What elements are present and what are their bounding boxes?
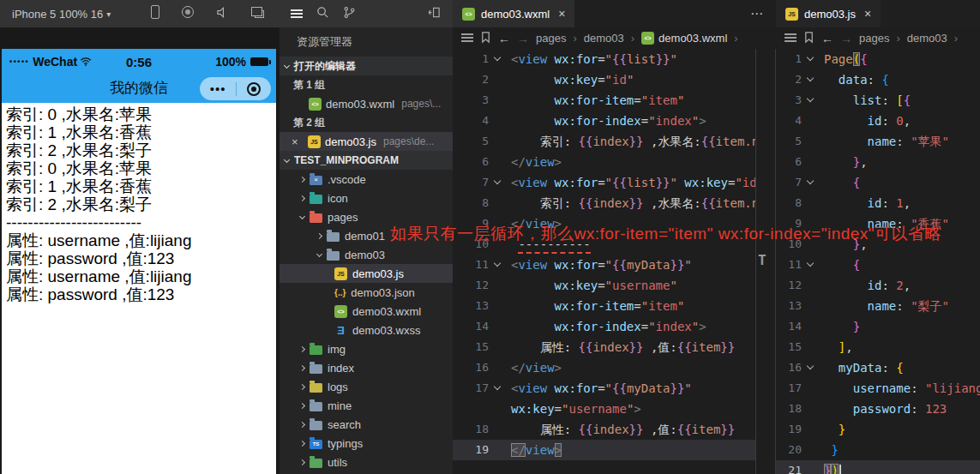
code-line[interactable]: 13 name: "梨子" <box>776 296 980 316</box>
tree-item-img[interactable]: img <box>280 339 453 358</box>
code-line[interactable]: 19 } <box>776 419 980 440</box>
fold-chevron-icon[interactable] <box>494 54 501 61</box>
code-line[interactable]: 4 wx:for-index="index"> <box>453 111 755 131</box>
chevron-down-icon[interactable] <box>299 213 305 219</box>
code-line[interactable]: 17<view wx:for="{{myData}}" <box>453 378 755 399</box>
code-line[interactable]: 18 属性: {{index}} ,值:{{item}} <box>453 419 755 440</box>
record-icon[interactable] <box>182 6 194 21</box>
fold-gutter[interactable] <box>489 255 506 275</box>
list-view-icon[interactable] <box>291 6 303 21</box>
fold-gutter[interactable] <box>802 255 819 275</box>
chevron-right-icon[interactable] <box>299 364 305 370</box>
code-line[interactable]: 19</view> <box>453 440 755 460</box>
chevron-right-icon[interactable] <box>299 459 305 465</box>
breadcrumb-item-file[interactable]: demo03.wxml <box>641 32 727 45</box>
back-icon[interactable]: ← <box>498 32 510 45</box>
code-line[interactable]: 12 wx:key="username" <box>453 275 755 296</box>
tree-item--vscode[interactable]: .vscode <box>280 170 453 189</box>
code-line[interactable]: 3 list: [{ <box>776 90 980 111</box>
chevron-right-icon[interactable] <box>299 345 305 351</box>
list-view-icon[interactable] <box>785 32 797 45</box>
fold-gutter[interactable] <box>802 90 819 111</box>
code-line[interactable]: 15 属性: {{index}} ,值:{{item}} <box>453 337 755 357</box>
code-line[interactable]: 17 username: "lijiang", <box>776 378 980 399</box>
fold-chevron-icon[interactable] <box>807 95 814 102</box>
device-icon[interactable] <box>151 5 159 22</box>
tree-item-demo03-wxml[interactable]: demo03.wxml <box>280 302 453 321</box>
code-line[interactable]: 2 data: { <box>776 69 980 90</box>
tree-item-mine[interactable]: mine <box>280 396 453 415</box>
search-icon[interactable] <box>316 6 329 22</box>
chevron-right-icon[interactable] <box>316 232 322 238</box>
breadcrumb-item[interactable]: pages <box>859 32 889 45</box>
editor-demo03-wxml[interactable]: 1<view wx:for="{{list}}"2 wx:key="id"3 w… <box>453 49 755 474</box>
tree-item-demo03-json[interactable]: demo03.json <box>280 283 453 302</box>
code-line[interactable]: 16 myData: { <box>776 357 980 378</box>
tree-item-search[interactable]: search <box>280 415 453 434</box>
more-dots-icon[interactable]: ••• <box>210 77 226 100</box>
float-window-icon[interactable] <box>251 6 264 21</box>
code-line[interactable]: 8 索引: {{index}} ,水果名:{{item.name}} <box>453 193 755 213</box>
code-line[interactable]: 4 id: 0, <box>776 111 980 131</box>
fold-gutter[interactable] <box>489 378 506 399</box>
back-icon[interactable]: ← <box>821 32 833 45</box>
code-line[interactable]: 12 id: 2, <box>776 275 980 296</box>
fold-gutter[interactable] <box>802 357 819 378</box>
breadcrumb-item[interactable]: demo03 <box>584 32 624 45</box>
more-actions-icon[interactable]: ⋯ <box>750 6 764 21</box>
code-line[interactable]: 20 } <box>776 440 980 460</box>
code-line[interactable]: 14 } <box>776 316 980 337</box>
section-project[interactable]: TEST_MINPROGRAM <box>280 151 453 170</box>
tree-item-demo03-js[interactable]: demo03.js <box>280 264 453 283</box>
bookmark-icon[interactable] <box>480 31 491 46</box>
fold-chevron-icon[interactable] <box>807 54 814 61</box>
fold-gutter[interactable] <box>489 49 506 69</box>
chevron-right-icon[interactable] <box>299 421 305 427</box>
code-line[interactable]: 8 id: 1, <box>776 193 980 213</box>
tree-item-logs[interactable]: logs <box>280 377 453 396</box>
code-line[interactable]: 16</view> <box>453 357 755 378</box>
close-icon[interactable]: × <box>292 135 304 148</box>
chevron-right-icon[interactable] <box>299 440 305 446</box>
forward-icon[interactable]: → <box>840 32 852 45</box>
tree-item-utils[interactable]: utils <box>280 453 453 471</box>
open-editor-demo03-js[interactable]: × demo03.js pages\de... <box>280 132 453 151</box>
code-line[interactable]: 6 }, <box>776 152 980 172</box>
sound-icon[interactable] <box>216 6 229 22</box>
close-icon[interactable]: × <box>864 7 871 21</box>
fold-chevron-icon[interactable] <box>494 177 501 184</box>
breadcrumb-item[interactable]: demo03 <box>907 32 947 45</box>
code-line[interactable]: 1Page({ <box>776 49 980 69</box>
code-line[interactable]: 14 wx:for-index="index"> <box>453 316 755 337</box>
fold-chevron-icon[interactable] <box>807 363 814 369</box>
code-line[interactable]: 18 password: 123 <box>776 399 980 419</box>
forward-icon[interactable]: → <box>517 32 529 45</box>
code-line[interactable]: 11 { <box>776 255 980 275</box>
fold-chevron-icon[interactable] <box>807 177 814 184</box>
tab-demo03-js[interactable]: demo03.js × <box>776 0 881 27</box>
close-icon[interactable]: × <box>558 7 565 21</box>
fold-gutter[interactable] <box>802 172 819 193</box>
code-line[interactable]: 15 ], <box>776 337 980 357</box>
code-line[interactable]: 7<view wx:for="{{list}}" wx:key="id"> <box>453 172 755 193</box>
chevron-right-icon[interactable] <box>299 383 305 389</box>
chevron-right-icon[interactable] <box>299 195 305 201</box>
fold-gutter[interactable] <box>802 69 819 90</box>
tree-item-index[interactable]: index <box>280 358 453 377</box>
tree-item-typings[interactable]: typings <box>280 434 453 453</box>
code-line[interactable]: 21}) <box>776 460 980 474</box>
fold-gutter[interactable] <box>489 172 506 193</box>
code-line[interactable]: 5 name: "苹果" <box>776 131 980 152</box>
code-line[interactable]: 3 wx:for-item="item" <box>453 90 755 111</box>
code-line[interactable]: 7 { <box>776 172 980 193</box>
fold-chevron-icon[interactable] <box>494 383 501 390</box>
tab-demo03-wxml[interactable]: demo03.wxml × <box>453 0 574 27</box>
code-line[interactable]: 2 wx:key="id" <box>453 69 755 90</box>
code-line[interactable]: 6</view> <box>453 152 755 172</box>
list-view-icon[interactable] <box>461 32 473 45</box>
section-open-editors[interactable]: 打开的编辑器 <box>280 57 453 75</box>
code-line[interactable]: 1<view wx:for="{{list}}" <box>453 49 755 69</box>
git-branch-icon[interactable] <box>343 6 356 22</box>
fold-gutter[interactable] <box>802 49 819 69</box>
tree-item-demo03-wxss[interactable]: demo03.wxss <box>280 321 453 339</box>
